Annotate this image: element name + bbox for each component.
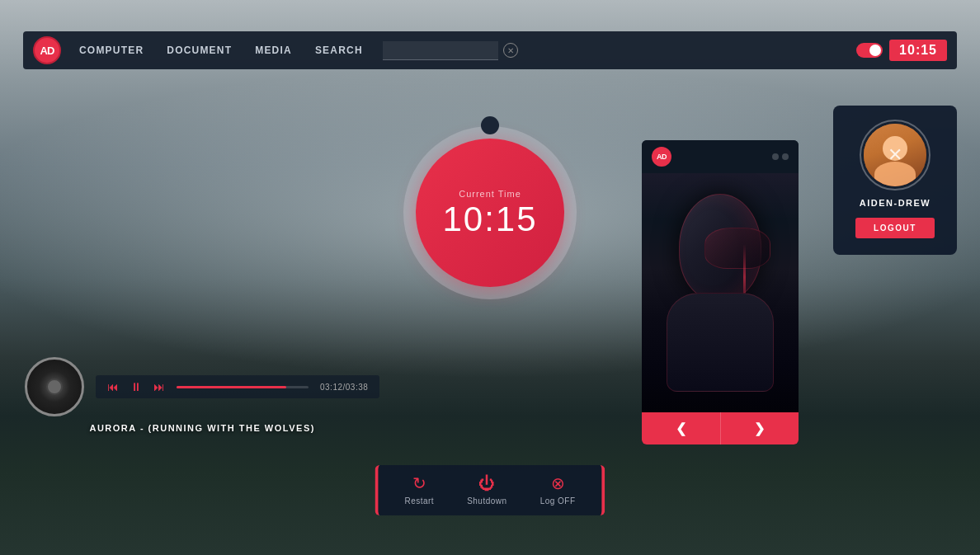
nav-item-document[interactable]: DOCUMENT <box>167 45 232 56</box>
nav-time: 10:15 <box>889 40 947 61</box>
clock-dot <box>481 116 499 134</box>
image-card-footer: ❮ ❯ <box>642 412 799 444</box>
helmet-head <box>679 194 761 301</box>
nav-item-search[interactable]: SEARCH <box>315 45 363 56</box>
image-card-header: AD <box>642 140 799 173</box>
image-card: AD ❮ ❯ <box>642 140 799 444</box>
restart-action[interactable]: ↻ Restart <box>404 475 434 506</box>
clock-label: Current Time <box>459 189 521 199</box>
clock-outer: Current Time 10:15 <box>403 126 577 299</box>
player-controls-wrap: ⏮ ⏸ ⏭ 03:12/03:38 <box>96 375 379 398</box>
nav-toggle[interactable] <box>856 43 883 58</box>
helmet-visor <box>704 228 770 269</box>
card-dot-2 <box>782 153 789 160</box>
logoff-icon: ⊗ <box>551 475 565 492</box>
action-bar: ↻ Restart ⏻ Shutdown ⊗ Log OFF <box>375 465 605 515</box>
user-card: AIDEN-DREW LOGOUT <box>833 106 957 255</box>
user-avatar-wrap <box>862 122 928 188</box>
next-button[interactable]: ⏭ <box>153 380 165 393</box>
restart-label: Restart <box>404 496 434 506</box>
user-avatar <box>864 124 926 186</box>
shutdown-action[interactable]: ⏻ Shutdown <box>467 475 506 506</box>
chevron-left-icon: ❮ <box>676 421 686 436</box>
nav-item-computer[interactable]: COMPUTER <box>79 45 144 56</box>
player-disc <box>25 357 84 416</box>
logoff-label: Log OFF <box>540 496 576 506</box>
ui-layer: AD COMPUTER DOCUMENT MEDIA SEARCH ✕ 10:1… <box>0 0 980 555</box>
restart-icon: ↻ <box>412 475 426 492</box>
logout-button[interactable]: LOGOUT <box>855 218 935 238</box>
nav-item-media[interactable]: MEDIA <box>255 45 292 56</box>
total-time: 03:38 <box>346 383 369 392</box>
prev-button[interactable]: ⏮ <box>107 380 119 393</box>
card-dots <box>772 153 789 160</box>
player-controls: ⏮ ⏸ ⏭ 03:12/03:38 <box>96 375 379 398</box>
nav-items: COMPUTER DOCUMENT MEDIA SEARCH <box>79 45 363 56</box>
logoff-action[interactable]: ⊗ Log OFF <box>540 475 576 506</box>
player-progress[interactable] <box>177 386 309 388</box>
navbar: AD COMPUTER DOCUMENT MEDIA SEARCH ✕ 10:1… <box>23 31 957 69</box>
current-time: 03:12 <box>320 383 343 392</box>
media-player: ⏮ ⏸ ⏭ 03:12/03:38 AURORA - (RUNNING WITH… <box>25 357 379 433</box>
card-dot-1 <box>772 153 779 160</box>
clock-widget: Current Time 10:15 <box>399 122 581 303</box>
player-time: 03:12/03:38 <box>320 383 368 392</box>
search-input[interactable] <box>383 41 498 60</box>
close-icon: ✕ <box>507 46 514 55</box>
avatar-cross <box>864 124 926 186</box>
shutdown-label: Shutdown <box>467 496 506 506</box>
pause-button[interactable]: ⏸ <box>130 380 142 393</box>
shutdown-icon: ⏻ <box>478 475 495 492</box>
nav-logo[interactable]: AD <box>33 36 61 64</box>
card-logo: AD <box>652 147 671 167</box>
player-row: ⏮ ⏸ ⏭ 03:12/03:38 <box>25 357 379 416</box>
user-name: AIDEN-DREW <box>860 198 931 208</box>
player-title: AURORA - (RUNNING WITH THE WOLVES) <box>25 423 379 433</box>
search-wrap: ✕ <box>383 41 548 60</box>
image-card-image <box>642 173 799 412</box>
clock-inner: Current Time 10:15 <box>416 139 564 287</box>
player-progress-fill <box>177 386 286 388</box>
search-clear-button[interactable]: ✕ <box>503 43 518 58</box>
helmet-body <box>667 293 774 392</box>
card-prev-button[interactable]: ❮ <box>642 412 721 444</box>
card-next-button[interactable]: ❯ <box>721 412 799 444</box>
clock-time: 10:15 <box>442 202 537 237</box>
chevron-right-icon: ❯ <box>754 421 765 436</box>
helmet-figure <box>662 186 778 400</box>
